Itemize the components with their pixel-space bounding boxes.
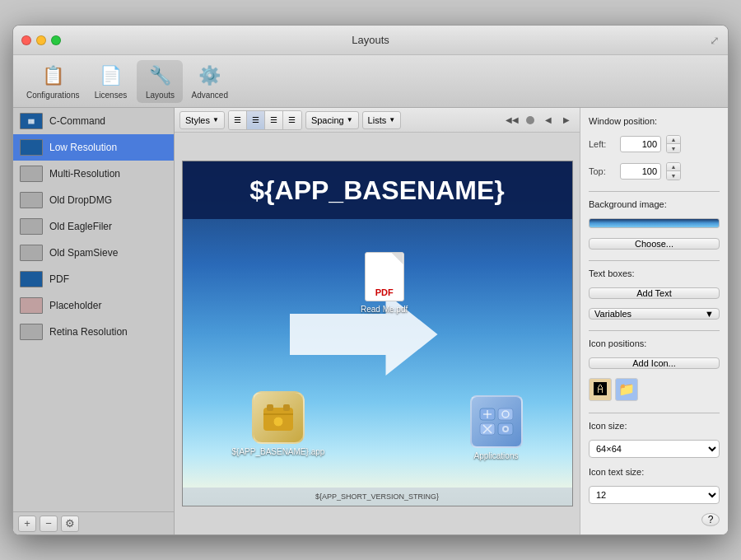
sidebar-thumb-multi-resolution: [20, 166, 43, 182]
sidebar: ▓▓ C-Command Low Resolution Multi-Resolu…: [13, 108, 175, 534]
sidebar-item-c-command[interactable]: ▓▓ C-Command: [13, 108, 174, 134]
svg-rect-3: [283, 404, 290, 411]
canvas-area[interactable]: ${APP_BASENAME} PDF Read Me.pdf: [175, 133, 580, 534]
icon-size-select[interactable]: 64×64 128×128: [589, 440, 720, 458]
sidebar-item-pdf[interactable]: PDF: [13, 266, 174, 292]
dmg-canvas: ${APP_BASENAME} PDF Read Me.pdf: [182, 161, 573, 506]
zoom-button[interactable]: [51, 35, 61, 45]
sidebar-item-label-pdf: PDF: [49, 273, 69, 285]
main-window: Layouts ⤢ 📋 Configurations 📄 Licenses 🔧 …: [12, 25, 729, 535]
add-icon-button[interactable]: Add Icon...: [589, 357, 720, 369]
sidebar-item-multi-resolution[interactable]: Multi-Resolution: [13, 161, 174, 187]
add-text-button[interactable]: Add Text: [589, 287, 720, 299]
left-stepper: ▲ ▼: [666, 135, 681, 153]
left-input[interactable]: [620, 136, 661, 152]
top-decrement-button[interactable]: ▼: [667, 171, 680, 180]
align-right-button[interactable]: ☰: [265, 111, 283, 129]
left-increment-button[interactable]: ▲: [667, 136, 680, 144]
minimize-button[interactable]: [36, 35, 46, 45]
icon-positions-row: 🅰 📁: [589, 378, 720, 401]
nav-first-button[interactable]: ◀◀: [504, 112, 520, 128]
top-label: Top:: [589, 166, 615, 176]
applications-icon: [470, 395, 523, 448]
left-decrement-button[interactable]: ▼: [667, 144, 680, 152]
app-icon-pos-box: 🅰: [589, 378, 612, 401]
lists-dropdown[interactable]: Lists ▼: [362, 111, 402, 129]
right-panel: Window position: Left: ▲ ▼ Top: ▲ ▼ Back…: [580, 108, 728, 534]
sidebar-item-label-c-command: C-Command: [49, 115, 105, 127]
sidebar-item-label-old-dropdmg: Old DropDMG: [49, 194, 112, 206]
icon-text-size-select[interactable]: 12 10 14: [589, 486, 720, 504]
background-image-label: Background image:: [589, 199, 720, 209]
settings-layout-button[interactable]: ⚙: [61, 516, 79, 532]
styles-chevron-icon: ▼: [212, 116, 219, 124]
variables-dropdown[interactable]: Variables ▼: [589, 308, 720, 320]
configurations-icon: 📋: [40, 63, 66, 89]
toolbar-label-layouts: Layouts: [146, 91, 175, 100]
icon-text-size-row: 12 10 14: [589, 486, 720, 504]
nav-prev-button[interactable]: ◀: [540, 112, 557, 128]
advanced-icon: ⚙️: [197, 63, 223, 89]
pdf-icon-area: PDF Read Me.pdf: [361, 252, 408, 314]
resize-icon[interactable]: ⤢: [710, 34, 720, 47]
content-area: Styles ▼ ☰ ☰ ☰ ☰ Spacing ▼ Lists ▼: [175, 108, 580, 534]
sidebar-thumb-retina-resolution: [20, 324, 43, 340]
svg-rect-2: [267, 404, 273, 411]
choose-button[interactable]: Choose...: [589, 238, 720, 250]
sidebar-list: ▓▓ C-Command Low Resolution Multi-Resolu…: [13, 108, 174, 511]
align-center-button[interactable]: ☰: [247, 111, 265, 129]
toolbar-label-advanced: Advanced: [191, 91, 227, 100]
svg-rect-6: [498, 408, 513, 420]
toolbar-item-licenses[interactable]: 📄 Licenses: [87, 60, 133, 103]
add-layout-button[interactable]: +: [18, 516, 36, 532]
sidebar-item-placeholder[interactable]: Placeholder: [13, 292, 174, 319]
spacing-dropdown[interactable]: Spacing ▼: [305, 111, 359, 129]
sidebar-footer: + − ⚙: [13, 511, 174, 534]
top-increment-button[interactable]: ▲: [667, 163, 680, 171]
sidebar-item-low-resolution[interactable]: Low Resolution: [13, 134, 174, 161]
window-position-label: Window position:: [589, 116, 720, 126]
align-left-button[interactable]: ☰: [229, 111, 247, 129]
sidebar-thumb-low-resolution: [20, 139, 43, 156]
align-buttons: ☰ ☰ ☰ ☰: [228, 110, 302, 130]
window-title: Layouts: [352, 34, 389, 46]
toolbar-item-layouts[interactable]: 🔧 Layouts: [137, 60, 183, 103]
toolbar-label-licenses: Licenses: [95, 91, 127, 100]
close-button[interactable]: [21, 35, 31, 45]
sidebar-thumb-old-eaglefiler: [20, 218, 43, 235]
pdf-filename-label: Read Me.pdf: [361, 305, 408, 314]
align-justify-button[interactable]: ☰: [283, 111, 301, 129]
nav-indicator: [526, 116, 534, 124]
sidebar-item-old-spamsieve[interactable]: Old SpamSieve: [13, 240, 174, 266]
sidebar-item-old-dropdmg[interactable]: Old DropDMG: [13, 187, 174, 213]
help-button[interactable]: ?: [701, 513, 720, 526]
styles-dropdown[interactable]: Styles ▼: [179, 111, 225, 129]
svg-point-4: [273, 417, 283, 427]
app-filename-label: ${APP_BASENAME}.app: [232, 447, 325, 456]
remove-layout-button[interactable]: −: [40, 516, 58, 532]
top-input[interactable]: [620, 163, 661, 180]
sidebar-thumb-pdf: [20, 271, 43, 287]
pdf-icon: PDF: [365, 252, 404, 301]
top-position-row: Top: ▲ ▼: [589, 162, 720, 180]
icon-text-size-label: Icon text size:: [589, 467, 720, 477]
toolbar-item-advanced[interactable]: ⚙️ Advanced: [186, 60, 232, 103]
toolbar: 📋 Configurations 📄 Licenses 🔧 Layouts ⚙️…: [13, 55, 728, 108]
version-bar: ${APP_SHORT_VERSION_STRING}: [183, 488, 572, 506]
applications-icon-area: Applications: [470, 395, 523, 460]
toolbar-item-configurations[interactable]: 📋 Configurations: [21, 60, 84, 103]
icon-positions-label: Icon positions:: [589, 338, 720, 348]
left-position-row: Left: ▲ ▼: [589, 135, 720, 153]
sidebar-item-label-placeholder: Placeholder: [49, 300, 101, 311]
nav-next-button[interactable]: ▶: [558, 112, 575, 128]
version-string: ${APP_SHORT_VERSION_STRING}: [315, 492, 439, 501]
sidebar-item-retina-resolution[interactable]: Retina Resolution: [13, 319, 174, 345]
spacing-chevron-icon: ▼: [347, 116, 353, 124]
app-icon: [252, 391, 305, 444]
sidebar-thumb-old-dropdmg: [20, 192, 43, 208]
dmg-title: ${APP_BASENAME}: [249, 175, 504, 206]
background-preview: [589, 218, 720, 227]
folder-icon-pos-box: 📁: [615, 378, 638, 401]
app-icon-area: ${APP_BASENAME}.app: [232, 391, 325, 456]
sidebar-item-old-eaglefiler[interactable]: Old EagleFiler: [13, 213, 174, 240]
